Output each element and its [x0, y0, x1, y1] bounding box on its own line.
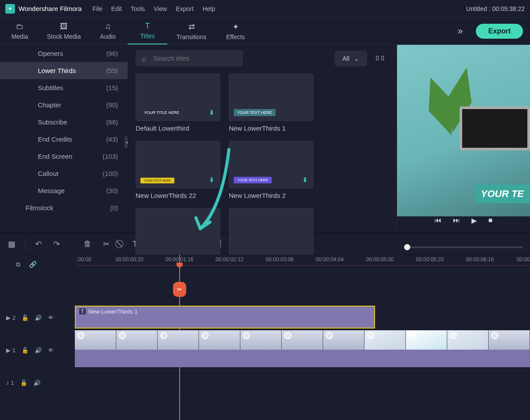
- lock-icon[interactable]: 🔓: [20, 380, 27, 386]
- export-button[interactable]: Export: [476, 24, 523, 39]
- clip-name: New LowerThirds 1: [88, 308, 138, 315]
- preview-controls: ⏮ ⏭ ▶ ■: [397, 216, 530, 225]
- next-frame-button[interactable]: ⏭: [453, 216, 460, 225]
- sidebar-item-openers[interactable]: Openers (96): [0, 45, 128, 62]
- visibility-icon[interactable]: 👁: [48, 347, 54, 354]
- menu-export[interactable]: Export: [176, 5, 193, 12]
- tab-label: Audio: [100, 33, 116, 40]
- sidebar-item-filmstock[interactable]: Filmstock (0): [0, 199, 128, 216]
- sidebar-item-subscribe[interactable]: Subscribe (66): [0, 113, 128, 131]
- visibility-icon[interactable]: 👁: [48, 314, 54, 321]
- cat-label: Callout: [38, 170, 59, 177]
- link-icon[interactable]: 🔗: [29, 261, 37, 268]
- search-input[interactable]: [136, 50, 243, 66]
- gallery-item[interactable]: [136, 208, 220, 256]
- more-tabs-button[interactable]: »: [451, 26, 469, 37]
- cat-count: (0): [110, 204, 118, 212]
- filter-dropdown[interactable]: All ⌄: [335, 51, 367, 66]
- ruler-row: ⧉ 🔗 :00:00 00:00:00:20 00:00:01:16 00:00…: [0, 255, 530, 274]
- menu-tools[interactable]: Tools: [131, 5, 145, 12]
- filter-label: All: [342, 55, 350, 62]
- mute-icon[interactable]: 🔊: [35, 314, 42, 321]
- chevron-down-icon: ⌄: [354, 55, 359, 62]
- menu-bar: File Edit Tools View Export Help: [92, 5, 215, 12]
- cat-count: (55): [106, 67, 118, 74]
- menu-edit[interactable]: Edit: [111, 5, 122, 12]
- cat-count: (15): [106, 84, 118, 91]
- sidebar-item-end-credits[interactable]: End Credits (43): [0, 131, 128, 148]
- gallery-item[interactable]: YOUR TEXT HERE ⬇ New LowerThirds 22: [136, 141, 220, 199]
- gallery-item[interactable]: YOUR TEXT HERE New LowerThirds 1: [229, 73, 313, 132]
- download-icon[interactable]: ⬇: [209, 109, 214, 116]
- gallery: All ⌄ ⠿⠿ YOUR TITLE HERE ⬇ Default Lower…: [128, 45, 397, 233]
- cat-label: End Credits: [38, 135, 72, 143]
- video-clip[interactable]: [75, 330, 530, 367]
- clip-type-icon: T: [79, 308, 86, 314]
- menu-help[interactable]: Help: [202, 5, 215, 12]
- ruler-mark: 00:00:0: [517, 256, 530, 263]
- prohibit-icon[interactable]: ⃠: [119, 237, 123, 250]
- mute-icon[interactable]: 🔊: [33, 380, 40, 386]
- sidebar-item-message[interactable]: Message (30): [0, 182, 128, 199]
- tab-label: Titles: [140, 33, 155, 40]
- app-title: Wondershare Filmora: [18, 5, 82, 12]
- sidebar-item-subtitles[interactable]: Subtitles (15): [0, 79, 128, 96]
- duplicate-icon[interactable]: ⧉: [16, 261, 20, 268]
- transitions-icon: ⇄: [188, 22, 195, 32]
- item-title: New LowerThirds 22: [136, 192, 220, 199]
- tab-audio[interactable]: ♫ Audio: [88, 18, 128, 44]
- menu-file[interactable]: File: [92, 5, 103, 12]
- lock-icon[interactable]: 🔓: [22, 347, 29, 354]
- track-video-1: ▶1 🔓 🔊 👁: [0, 330, 530, 371]
- cat-label: Openers: [38, 50, 63, 57]
- gallery-item[interactable]: YOUR TEXT HERE ⬇ New LowerThirds 2: [229, 141, 313, 199]
- main-tabs: 🗀 Media 🖼 Stock Media ♫ Audio T Titles ⇄…: [0, 18, 530, 45]
- download-icon[interactable]: ⬇: [302, 176, 308, 183]
- menu-view[interactable]: View: [154, 5, 167, 12]
- cat-count: (66): [106, 118, 118, 126]
- tab-media[interactable]: 🗀 Media: [0, 18, 40, 44]
- sidebar-item-end-screen[interactable]: End Screen (103): [0, 148, 128, 165]
- prev-frame-button[interactable]: ⏮: [434, 216, 442, 225]
- ruler-mark: 00:00:04:04: [316, 256, 343, 263]
- tab-titles[interactable]: T Titles: [128, 18, 167, 44]
- title-clip[interactable]: T New LowerThirds 1: [75, 306, 375, 329]
- lock-icon[interactable]: 🔓: [22, 314, 29, 321]
- preview-slider[interactable]: [404, 246, 523, 248]
- titles-icon: T: [145, 22, 150, 31]
- undo-button[interactable]: ↶: [33, 237, 44, 251]
- grid-view-button[interactable]: ⠿⠿: [372, 52, 388, 65]
- cat-count: (100): [103, 170, 118, 177]
- cat-count: (90): [106, 101, 118, 109]
- cat-count: (43): [106, 135, 118, 143]
- tab-transitions[interactable]: ⇄ Transitions: [167, 18, 216, 44]
- tab-effects[interactable]: ✦ Effects: [216, 18, 255, 44]
- cut-button[interactable]: ✂: [101, 237, 111, 251]
- sidebar-item-lower-thirds[interactable]: Lower Thirds (55): [0, 62, 128, 79]
- image-icon: 🖼: [60, 22, 68, 31]
- layout-icon[interactable]: ▦: [6, 237, 17, 251]
- delete-button[interactable]: 🗑: [82, 237, 93, 250]
- tab-stock-media[interactable]: 🖼 Stock Media: [40, 18, 88, 44]
- stop-button[interactable]: ■: [488, 216, 493, 225]
- download-icon[interactable]: ⬇: [209, 176, 214, 183]
- ruler-mark: 00:00:05:20: [416, 256, 444, 263]
- document-title: Untitled : 00:05:38:22: [466, 5, 525, 12]
- track-spacer: [0, 274, 530, 306]
- gallery-item[interactable]: YOUR TITLE HERE ⬇ Default Lowerthird: [136, 73, 220, 132]
- ruler-mark: 00:00:03:08: [266, 256, 294, 263]
- thumb-text: YOUR TITLE HERE: [140, 109, 183, 116]
- separator: [25, 239, 26, 249]
- mute-icon[interactable]: 🔊: [35, 347, 42, 354]
- timeline-ruler[interactable]: :00:00 00:00:00:20 00:00:01:16 00:00:02:…: [75, 255, 530, 274]
- sidebar-item-chapter[interactable]: Chapter (90): [0, 96, 128, 113]
- gallery-item[interactable]: [229, 208, 313, 256]
- sidebar-item-callout[interactable]: Callout (100): [0, 165, 128, 182]
- music-icon: ♫: [105, 22, 111, 31]
- cat-label: Filmstock: [26, 204, 53, 212]
- ruler-mark: :00:00: [77, 256, 91, 263]
- preview-viewport[interactable]: YOUR TE: [397, 45, 530, 216]
- redo-button[interactable]: ↷: [52, 237, 62, 251]
- play-button[interactable]: ▶: [471, 216, 477, 225]
- effects-icon: ✦: [232, 22, 239, 32]
